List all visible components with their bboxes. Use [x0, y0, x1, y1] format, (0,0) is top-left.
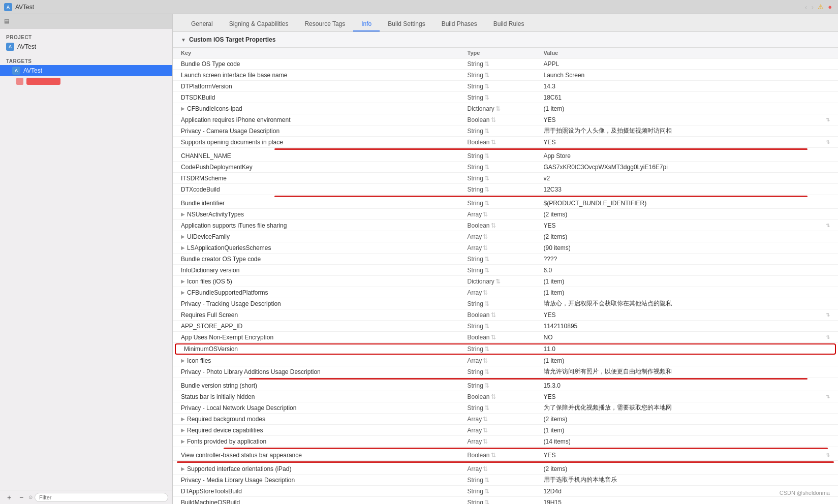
row-key: App Uses Non-Exempt Encryption [181, 334, 468, 341]
expand-icon[interactable]: ▶ [181, 290, 185, 295]
row-key: Status bar is initially hidden [181, 393, 468, 400]
row-key: ▶ NSUserActivityTypes [181, 211, 468, 218]
tab-build-settings[interactable]: Build Settings [380, 17, 433, 32]
expand-icon[interactable]: ▶ [181, 466, 185, 471]
row-value: v2 [544, 175, 830, 182]
sidebar-sub-item[interactable]: ____ [0, 76, 172, 86]
row-value: 6.0 [544, 267, 830, 274]
sidebar-top-label: ▤ [4, 18, 9, 24]
row-key: ▶ CFBundleSupportedPlatforms [181, 289, 468, 296]
filter-input[interactable] [35, 493, 168, 502]
row-type: String ⇅ [468, 368, 544, 375]
row-value: (1 item) [544, 357, 830, 364]
row-value: 为了保障并优化视频播放，需要获取您的本地网 [544, 403, 830, 412]
expand-icon[interactable]: ▶ [181, 211, 185, 217]
tab-bar: General Signing & Capabilities Resource … [173, 14, 838, 32]
col-key-label: Key [181, 50, 468, 56]
tab-build-rules[interactable]: Build Rules [485, 17, 533, 32]
row-value: (1 item) [544, 289, 830, 296]
sub-item-label: ____ [26, 78, 60, 85]
app-icon: A [4, 3, 12, 11]
row-type: String ⇅ [468, 94, 544, 101]
section-chevron[interactable]: ▼ [181, 37, 186, 43]
sidebar-project-item[interactable]: A AVTest [0, 41, 172, 52]
table-row: Bundle OS Type code String ⇅ APPL [173, 58, 838, 70]
red-underline [274, 196, 808, 197]
row-value: APPL [544, 60, 830, 68]
row-key: InfoDictionary version [181, 267, 468, 274]
table-row: APP_STORE_APP_ID String ⇅ 1142110895 [173, 321, 838, 332]
row-type: Array ⇅ [468, 416, 544, 423]
table-row: Requires Full Screen Boolean ⇅ YES ⇅ [173, 309, 838, 321]
tab-general[interactable]: General [183, 17, 221, 32]
table-row: ▶ Fonts provided by application Array ⇅ … [173, 436, 838, 447]
row-key: Bundle OS Type code [181, 60, 468, 68]
row-key: DTSDKBuild [181, 94, 468, 101]
filter-area: ⊙ [28, 493, 168, 502]
table-row: Privacy - Local Network Usage Descriptio… [173, 402, 838, 414]
row-value: (2 items) [544, 465, 830, 472]
tab-resource[interactable]: Resource Tags [296, 17, 353, 32]
table-row: App Uses Non-Exempt Encryption Boolean ⇅… [173, 332, 838, 343]
row-key: DTXcodeBuild [181, 186, 468, 193]
row-type: String ⇅ [468, 72, 544, 79]
row-key: Privacy - Local Network Usage Descriptio… [181, 404, 468, 412]
red-underline [274, 148, 808, 150]
tab-info[interactable]: Info [353, 17, 380, 32]
sidebar: ▤ PROJECT A AVTest TARGETS A AVTest ____ [0, 14, 173, 504]
col-value-label: Value [544, 50, 830, 56]
row-value: 12C33 [544, 186, 830, 193]
nav-forward-icon[interactable]: › [811, 3, 814, 11]
row-key: ▶ Icon files (iOS 5) [181, 278, 468, 285]
expand-icon[interactable]: ▶ [181, 278, 185, 284]
row-type: Dictionary ⇅ [468, 105, 544, 112]
add-button[interactable]: + [4, 492, 14, 502]
tab-signing[interactable]: Signing & Capabilities [221, 17, 297, 32]
row-value: ???? [544, 256, 830, 263]
expand-icon[interactable]: ▶ [181, 234, 185, 239]
row-key: ITSDRMScheme [181, 175, 468, 182]
remove-button[interactable]: − [16, 492, 26, 502]
row-key: BuildMachineOSBuild [181, 499, 468, 505]
expand-icon[interactable]: ▶ [181, 245, 185, 250]
row-key: Bundle creator OS Type code [181, 256, 468, 263]
red-underline [249, 378, 808, 380]
row-type: String ⇅ [468, 499, 544, 505]
table-row: ▶ NSUserActivityTypes Array ⇅ (2 items) [173, 209, 838, 220]
table-row: ▶ Icon files Array ⇅ (1 item) [173, 355, 838, 366]
row-key: APP_STORE_APP_ID [181, 323, 468, 330]
table-row: Privacy - Tracking Usage Description Str… [173, 298, 838, 309]
expand-icon[interactable]: ▶ [181, 427, 185, 433]
row-type: Boolean ⇅ [468, 311, 544, 319]
table-row: Privacy - Media Library Usage Descriptio… [173, 475, 838, 486]
expand-icon[interactable]: ▶ [181, 358, 185, 363]
sub-item-icon [16, 78, 23, 85]
table-row: ▶ Required device capabilities Array ⇅ (… [173, 425, 838, 436]
expand-icon[interactable]: ▶ [181, 416, 185, 422]
row-type: String ⇅ [468, 164, 544, 171]
filter-icon: ⊙ [28, 494, 33, 500]
row-value: YES ⇅ [544, 116, 830, 123]
expand-icon[interactable]: ▶ [181, 438, 185, 444]
nav-arrows: ‹ › ⚠ ● [805, 3, 832, 11]
expand-icon[interactable]: ▶ [181, 106, 185, 111]
sidebar-bottom: + − ⊙ [0, 490, 172, 504]
row-value: 用于选取手机内的本地音乐 [544, 476, 830, 484]
nav-back-icon[interactable]: ‹ [805, 3, 808, 11]
table-row: ▶ CFBundleIcons-ipad Dictionary ⇅ (1 ite… [173, 103, 838, 114]
row-value: 请放心，开启权限不会获取你在其他站点的隐私 [544, 299, 830, 308]
row-type: Array ⇅ [468, 427, 544, 434]
table-row: ▶ Required background modes Array ⇅ (2 i… [173, 414, 838, 425]
tab-build-phases[interactable]: Build Phases [433, 17, 485, 32]
sidebar-target-item[interactable]: A AVTest [0, 65, 172, 76]
main-layout: ▤ PROJECT A AVTest TARGETS A AVTest ____ [0, 14, 838, 504]
table-header: Key Type Value [173, 48, 838, 58]
table-row: ITSDRMScheme String ⇅ v2 [173, 173, 838, 184]
row-key: ▶ Required device capabilities [181, 427, 468, 434]
row-type: Boolean ⇅ [468, 334, 544, 341]
row-type: String ⇅ [468, 256, 544, 263]
row-type: Array ⇅ [468, 438, 544, 445]
table-row: CHANNEL_NAME String ⇅ App Store [173, 150, 838, 162]
row-type: String ⇅ [468, 382, 544, 389]
row-type: String ⇅ [468, 152, 544, 160]
